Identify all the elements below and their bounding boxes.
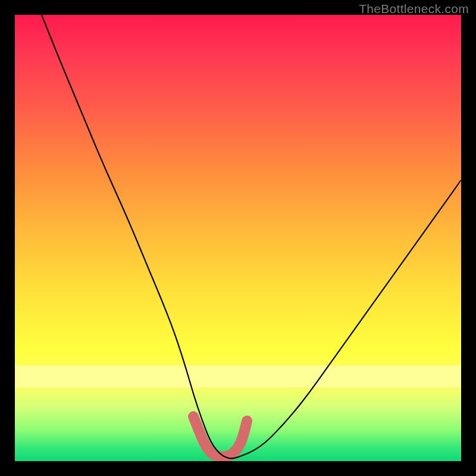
- main-curve-path: [42, 15, 461, 458]
- curve-svg: [15, 15, 461, 461]
- plot-area: [15, 15, 461, 461]
- watermark-text: TheBottleneck.com: [359, 2, 469, 16]
- chart-frame: TheBottleneck.com: [0, 0, 476, 476]
- highlight-path: [193, 416, 247, 457]
